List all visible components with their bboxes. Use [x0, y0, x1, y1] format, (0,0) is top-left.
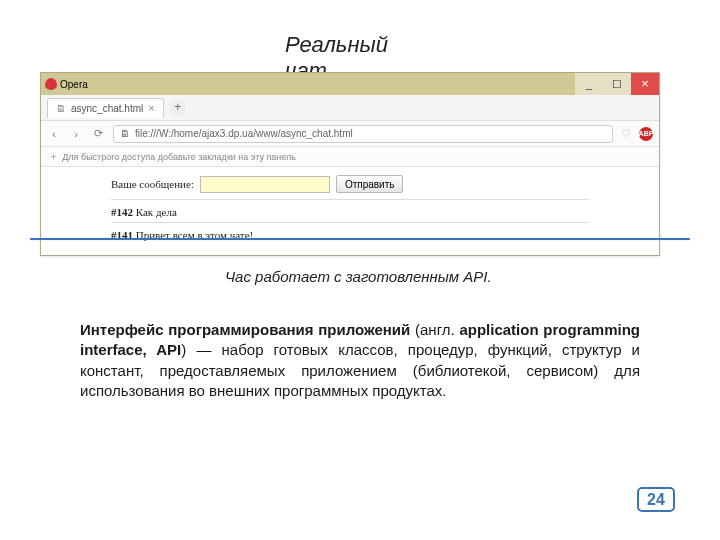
message-label: Ваше сообщение: [111, 178, 194, 190]
forward-button[interactable]: › [69, 128, 83, 140]
bookmarks-bar: + Для быстрого доступа добавьте закладки… [41, 147, 659, 167]
tab-async-chat[interactable]: 🗎 async_chat.html × [47, 98, 164, 118]
browser-titlebar: Opera _ ☐ × [41, 73, 659, 95]
opera-icon [45, 78, 57, 90]
definition-text: Интерфейс программирования приложений (а… [80, 320, 640, 401]
url-input[interactable]: 🗎 file:///W:/home/ajax3.dp.ua/www/async_… [113, 125, 613, 143]
file-icon: 🗎 [120, 128, 130, 139]
page-number: 24 [637, 487, 675, 512]
tab-title: async_chat.html [71, 103, 143, 114]
browser-brand: Opera [45, 78, 88, 90]
message-input[interactable] [200, 176, 330, 193]
add-bookmark-button[interactable]: + [51, 152, 56, 162]
chat-message: #142 Как дела [111, 206, 589, 218]
bookmark-hint: Для быстрого доступа добавьте закладки н… [62, 152, 296, 162]
tab-close-icon[interactable]: × [148, 102, 154, 114]
msg-text: Как дела [133, 206, 177, 218]
title-line1: Реальный [285, 32, 388, 58]
address-bar: ‹ › ⟳ 🗎 file:///W:/home/ajax3.dp.ua/www/… [41, 121, 659, 147]
document-icon: 🗎 [56, 103, 66, 114]
window-controls: _ ☐ × [575, 73, 659, 95]
reload-button[interactable]: ⟳ [91, 127, 105, 140]
brand-text: Opera [60, 79, 88, 90]
browser-window: Opera _ ☐ × 🗎 async_chat.html × + ‹ › ⟳ … [40, 72, 660, 256]
send-button[interactable]: Отправить [336, 175, 404, 193]
favorite-icon[interactable]: ♡ [621, 127, 631, 140]
term-bold: Интерфейс программирования приложений [80, 321, 410, 338]
msg-id: #142 [111, 206, 133, 218]
maximize-button[interactable]: ☐ [603, 73, 631, 95]
divider-line [111, 199, 589, 200]
abp-badge[interactable]: ABP [639, 127, 653, 141]
page-content: Ваше сообщение: Отправить #142 Как дела … [41, 167, 659, 255]
divider-line [111, 222, 589, 223]
chat-form: Ваше сообщение: Отправить [111, 175, 589, 193]
tab-strip: 🗎 async_chat.html × + [41, 95, 659, 121]
subtitle: Час работает с заготовленным API. [225, 268, 555, 287]
minimize-button[interactable]: _ [575, 73, 603, 95]
section-divider [30, 238, 690, 240]
close-window-button[interactable]: × [631, 73, 659, 95]
new-tab-button[interactable]: + [170, 100, 186, 116]
url-text: file:///W:/home/ajax3.dp.ua/www/async_ch… [135, 128, 353, 139]
paren-open: (англ. [410, 321, 459, 338]
back-button[interactable]: ‹ [47, 128, 61, 140]
